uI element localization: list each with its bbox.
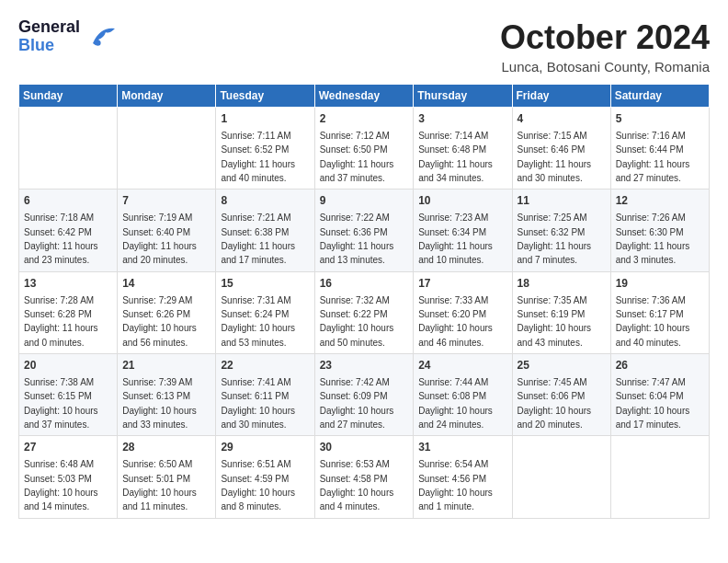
weekday-header-monday: Monday: [118, 85, 216, 108]
day-sunrise: Sunrise: 7:15 AM: [518, 131, 587, 141]
calendar-cell: 14Sunrise: 7:29 AMSunset: 6:26 PMDayligh…: [118, 271, 216, 353]
calendar-cell: 22Sunrise: 7:41 AMSunset: 6:11 PMDayligh…: [216, 354, 314, 436]
day-sunset: Sunset: 6:26 PM: [122, 309, 190, 319]
calendar-cell: [512, 436, 610, 518]
day-sunrise: Sunrise: 7:11 AM: [221, 131, 290, 141]
day-number: 28: [122, 440, 210, 455]
day-sunrise: Sunrise: 6:53 AM: [320, 459, 390, 469]
calendar-table: SundayMondayTuesdayWednesdayThursdayFrid…: [18, 84, 710, 519]
calendar-cell: 21Sunrise: 7:39 AMSunset: 6:13 PMDayligh…: [118, 354, 216, 436]
day-number: 27: [24, 440, 112, 455]
day-number: 17: [418, 276, 506, 292]
day-sunrise: Sunrise: 7:23 AM: [418, 213, 488, 223]
day-sunset: Sunset: 5:03 PM: [24, 474, 92, 484]
weekday-header-sunday: Sunday: [19, 85, 118, 108]
page-header: General Blue October 2024 Lunca, Botosan…: [18, 18, 710, 75]
day-sunset: Sunset: 6:11 PM: [221, 391, 289, 401]
calendar-cell: 26Sunrise: 7:47 AMSunset: 6:04 PMDayligh…: [610, 354, 709, 436]
day-sunset: Sunset: 6:09 PM: [320, 391, 388, 401]
day-sunset: Sunset: 6:52 PM: [221, 144, 289, 155]
day-number: 12: [616, 193, 704, 209]
weekday-header-friday: Friday: [512, 85, 610, 108]
day-sunset: Sunset: 6:17 PM: [616, 309, 684, 319]
day-sunset: Sunset: 6:30 PM: [616, 227, 684, 237]
calendar-week-row: 20Sunrise: 7:38 AMSunset: 6:15 PMDayligh…: [19, 354, 710, 436]
day-sunrise: Sunrise: 7:36 AM: [616, 295, 686, 305]
day-daylight: Daylight: 10 hours and 1 minute.: [418, 488, 493, 511]
day-number: 20: [24, 358, 112, 373]
calendar-cell: 15Sunrise: 7:31 AMSunset: 6:24 PMDayligh…: [216, 271, 314, 353]
day-sunrise: Sunrise: 7:39 AM: [122, 377, 192, 387]
day-number: 15: [221, 276, 309, 292]
logo-blue: Blue: [18, 37, 80, 55]
day-sunrise: Sunrise: 7:38 AM: [24, 377, 94, 387]
day-sunrise: Sunrise: 7:32 AM: [320, 295, 390, 305]
day-number: 26: [616, 358, 704, 373]
day-sunset: Sunset: 4:56 PM: [418, 474, 486, 484]
day-number: 14: [122, 276, 210, 292]
day-daylight: Daylight: 10 hours and 46 minutes.: [418, 323, 493, 347]
day-sunset: Sunset: 6:20 PM: [418, 309, 486, 319]
calendar-cell: 10Sunrise: 7:23 AMSunset: 6:34 PMDayligh…: [414, 190, 512, 271]
day-number: 16: [320, 276, 409, 292]
weekday-header-thursday: Thursday: [414, 85, 512, 108]
day-daylight: Daylight: 10 hours and 14 minutes.: [24, 488, 98, 511]
day-sunset: Sunset: 6:34 PM: [418, 227, 486, 237]
calendar-cell: 11Sunrise: 7:25 AMSunset: 6:32 PMDayligh…: [512, 190, 610, 271]
day-number: 31: [418, 440, 506, 455]
calendar-cell: 29Sunrise: 6:51 AMSunset: 4:59 PMDayligh…: [216, 436, 314, 518]
day-sunset: Sunset: 6:13 PM: [122, 391, 190, 401]
day-sunset: Sunset: 6:15 PM: [24, 391, 92, 401]
day-sunrise: Sunrise: 7:45 AM: [518, 377, 587, 387]
day-daylight: Daylight: 11 hours and 37 minutes.: [320, 159, 394, 183]
calendar-cell: [610, 436, 709, 518]
day-daylight: Daylight: 11 hours and 3 minutes.: [616, 241, 690, 265]
day-sunset: Sunset: 6:36 PM: [320, 227, 388, 237]
day-sunset: Sunset: 6:22 PM: [320, 309, 388, 319]
day-sunset: Sunset: 4:58 PM: [320, 474, 388, 484]
day-sunrise: Sunrise: 7:12 AM: [320, 131, 390, 141]
weekday-header-saturday: Saturday: [610, 85, 709, 108]
calendar-week-row: 6Sunrise: 7:18 AMSunset: 6:42 PMDaylight…: [19, 190, 710, 271]
logo-general: General: [18, 18, 80, 37]
day-daylight: Daylight: 10 hours and 50 minutes.: [320, 323, 394, 347]
day-sunset: Sunset: 6:04 PM: [616, 391, 684, 401]
day-sunrise: Sunrise: 6:51 AM: [221, 459, 290, 469]
calendar-cell: 6Sunrise: 7:18 AMSunset: 6:42 PMDaylight…: [19, 190, 118, 271]
calendar-week-row: 13Sunrise: 7:28 AMSunset: 6:28 PMDayligh…: [19, 271, 710, 353]
calendar-cell: 30Sunrise: 6:53 AMSunset: 4:58 PMDayligh…: [314, 436, 414, 518]
day-sunrise: Sunrise: 7:19 AM: [122, 213, 192, 223]
day-sunset: Sunset: 6:19 PM: [518, 309, 586, 319]
day-sunset: Sunset: 6:06 PM: [518, 391, 586, 401]
calendar-cell: [19, 108, 118, 190]
day-daylight: Daylight: 10 hours and 53 minutes.: [221, 323, 295, 347]
day-daylight: Daylight: 10 hours and 40 minutes.: [616, 323, 690, 347]
calendar-cell: 5Sunrise: 7:16 AMSunset: 6:44 PMDaylight…: [610, 108, 709, 190]
calendar-cell: [118, 108, 216, 190]
day-sunrise: Sunrise: 6:54 AM: [418, 459, 488, 469]
day-number: 6: [24, 193, 112, 209]
calendar-cell: 27Sunrise: 6:48 AMSunset: 5:03 PMDayligh…: [19, 436, 118, 518]
day-sunrise: Sunrise: 6:48 AM: [24, 459, 94, 469]
day-daylight: Daylight: 10 hours and 37 minutes.: [24, 406, 98, 430]
day-number: 22: [221, 358, 309, 373]
day-daylight: Daylight: 10 hours and 20 minutes.: [518, 406, 592, 430]
day-number: 5: [616, 111, 704, 127]
day-daylight: Daylight: 10 hours and 43 minutes.: [518, 323, 592, 347]
day-sunset: Sunset: 6:38 PM: [221, 227, 289, 237]
calendar-cell: 28Sunrise: 6:50 AMSunset: 5:01 PMDayligh…: [118, 436, 216, 518]
calendar-cell: 9Sunrise: 7:22 AMSunset: 6:36 PMDaylight…: [314, 190, 414, 271]
day-daylight: Daylight: 10 hours and 33 minutes.: [122, 406, 197, 430]
calendar-cell: 31Sunrise: 6:54 AMSunset: 4:56 PMDayligh…: [414, 436, 512, 518]
calendar-cell: 4Sunrise: 7:15 AMSunset: 6:46 PMDaylight…: [512, 108, 610, 190]
logo-bird-icon: [84, 25, 117, 51]
day-sunset: Sunset: 6:42 PM: [24, 227, 92, 237]
day-sunrise: Sunrise: 7:29 AM: [122, 295, 192, 305]
day-sunrise: Sunrise: 7:35 AM: [518, 295, 587, 305]
day-daylight: Daylight: 10 hours and 27 minutes.: [320, 406, 394, 430]
day-sunrise: Sunrise: 7:22 AM: [320, 213, 390, 223]
day-sunrise: Sunrise: 7:26 AM: [616, 213, 686, 223]
day-number: 30: [320, 440, 409, 455]
calendar-cell: 1Sunrise: 7:11 AMSunset: 6:52 PMDaylight…: [216, 108, 314, 190]
calendar-cell: 19Sunrise: 7:36 AMSunset: 6:17 PMDayligh…: [610, 271, 709, 353]
